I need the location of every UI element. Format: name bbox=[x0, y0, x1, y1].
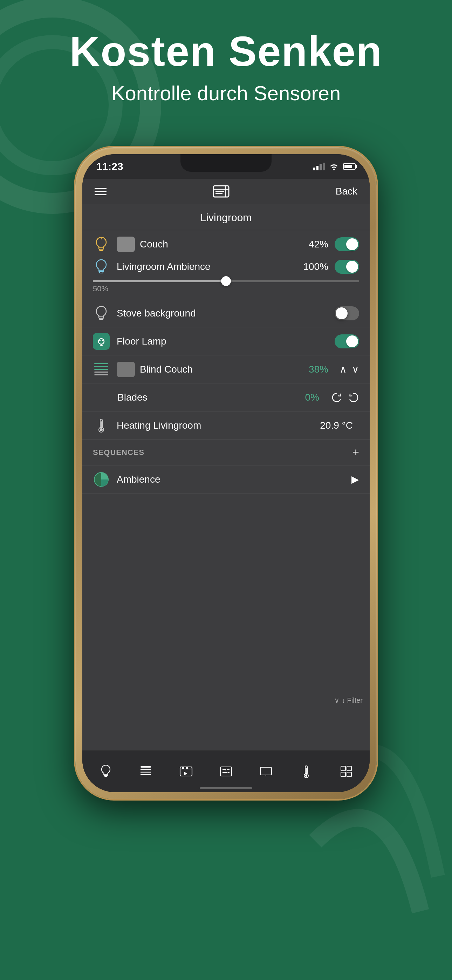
svg-rect-34 bbox=[182, 767, 184, 769]
ambience-label: Livingroom Ambience bbox=[117, 261, 303, 272]
svg-line-10 bbox=[97, 239, 98, 240]
top-nav: Back bbox=[82, 179, 370, 204]
svg-point-24 bbox=[100, 428, 103, 431]
filter-label[interactable]: ↓ Filter bbox=[342, 697, 363, 705]
blind-couch-value: 38% bbox=[309, 364, 328, 375]
svg-rect-28 bbox=[140, 766, 151, 768]
app-content: Livingroom Co bbox=[82, 204, 370, 750]
svg-rect-15 bbox=[100, 318, 103, 320]
floor-lamp-label: Floor Lamp bbox=[117, 336, 334, 347]
list-item[interactable]: Floor Lamp bbox=[82, 328, 370, 355]
svg-rect-49 bbox=[347, 766, 352, 771]
list-item[interactable]: Livingroom Ambience 100% 50% bbox=[82, 258, 370, 299]
svg-rect-46 bbox=[306, 768, 307, 774]
svg-rect-23 bbox=[101, 421, 102, 428]
list-item[interactable]: Couch 42% bbox=[82, 230, 370, 258]
tab-tv[interactable] bbox=[246, 751, 286, 792]
svg-point-18 bbox=[102, 340, 103, 341]
page-subtitle: Kontrolle durch Sensoren bbox=[0, 81, 452, 105]
heating-label: Heating Livingroom bbox=[117, 420, 320, 431]
list-item[interactable]: Stove background bbox=[82, 299, 370, 328]
blind-icon bbox=[93, 361, 110, 378]
pie-icon bbox=[93, 471, 110, 488]
couch-color-swatch[interactable] bbox=[117, 237, 135, 252]
blind-color-swatch[interactable] bbox=[117, 362, 135, 377]
tab-scenes[interactable] bbox=[166, 751, 206, 792]
tab-lights[interactable] bbox=[86, 751, 126, 792]
bulb-blue-icon bbox=[93, 258, 110, 275]
blind-up-button[interactable]: ∧ bbox=[339, 363, 347, 375]
tab-blinds[interactable] bbox=[126, 751, 166, 792]
home-indicator bbox=[200, 787, 252, 789]
list-item[interactable]: Blades 0% bbox=[82, 383, 370, 412]
tab-grid[interactable] bbox=[326, 751, 366, 792]
room-title: Livingroom bbox=[201, 212, 252, 223]
blades-value: 0% bbox=[305, 392, 319, 403]
phone-screen: 11:23 bbox=[82, 154, 370, 792]
floor-lamp-toggle[interactable] bbox=[334, 334, 359, 348]
status-icons bbox=[313, 162, 356, 170]
svg-point-16 bbox=[99, 339, 104, 344]
rotate-ccw-button[interactable] bbox=[331, 392, 342, 403]
stove-label: Stove background bbox=[117, 308, 334, 319]
list-item[interactable]: Ambience ▶ bbox=[82, 466, 370, 493]
blind-couch-label: Blind Couch bbox=[140, 364, 309, 375]
back-button[interactable]: Back bbox=[336, 186, 357, 197]
svg-rect-48 bbox=[341, 766, 345, 771]
wifi-icon bbox=[329, 162, 339, 170]
bottom-tab-bar bbox=[82, 750, 370, 792]
list-item[interactable]: Blind Couch 38% ∧ ∨ bbox=[82, 355, 370, 383]
filter-row: ∨ ↓ Filter bbox=[327, 693, 370, 708]
room-section-header: Livingroom bbox=[82, 204, 370, 230]
sequences-label: SEQUENCES bbox=[93, 448, 144, 457]
bulb-yellow-icon bbox=[93, 236, 110, 253]
nav-logo-icon bbox=[213, 185, 229, 198]
phone-shell: 11:23 bbox=[75, 147, 377, 799]
blind-down-button[interactable]: ∨ bbox=[352, 363, 359, 375]
status-time: 11:23 bbox=[96, 161, 123, 172]
svg-rect-27 bbox=[104, 775, 107, 776]
svg-rect-41 bbox=[260, 767, 272, 775]
sequences-header: SEQUENCES + bbox=[82, 439, 370, 466]
blades-label: Blades bbox=[118, 392, 305, 403]
ambience-value: 100% bbox=[303, 261, 328, 272]
floor-lamp-icon bbox=[93, 333, 110, 350]
svg-line-11 bbox=[105, 239, 105, 240]
play-button[interactable]: ▶ bbox=[352, 474, 359, 485]
header-area: Kosten Senken Kontrolle durch Sensoren bbox=[0, 28, 452, 105]
svg-rect-36 bbox=[220, 767, 232, 776]
bulb-white-icon bbox=[93, 305, 110, 322]
svg-rect-13 bbox=[100, 272, 103, 273]
ambience-toggle[interactable] bbox=[334, 260, 359, 274]
svg-rect-35 bbox=[186, 767, 188, 769]
couch-label: Couch bbox=[140, 239, 309, 250]
ambience-sequence-label: Ambience bbox=[117, 474, 352, 485]
tab-automations[interactable] bbox=[206, 751, 246, 792]
svg-point-47 bbox=[305, 775, 307, 777]
svg-rect-50 bbox=[341, 772, 345, 777]
stove-toggle[interactable] bbox=[334, 306, 359, 320]
battery-icon bbox=[343, 163, 356, 170]
svg-point-17 bbox=[99, 340, 100, 341]
heating-value: 20.9 °C bbox=[320, 420, 353, 431]
svg-rect-51 bbox=[347, 772, 352, 777]
thermometer-icon bbox=[93, 417, 110, 434]
rotate-cw-button[interactable] bbox=[348, 392, 359, 403]
signal-icon bbox=[313, 162, 325, 170]
couch-toggle[interactable] bbox=[334, 237, 359, 251]
ambience-slider[interactable] bbox=[93, 280, 359, 282]
page-title: Kosten Senken bbox=[0, 28, 452, 74]
couch-value: 42% bbox=[309, 239, 328, 250]
tab-temperature[interactable] bbox=[286, 751, 326, 792]
list-item: Heating Livingroom 20.9 °C bbox=[82, 412, 370, 439]
hamburger-icon[interactable] bbox=[95, 188, 107, 195]
phone-notch bbox=[180, 154, 272, 172]
chevron-down-icon: ∨ bbox=[334, 696, 339, 705]
phone-mockup: 11:23 bbox=[75, 147, 377, 799]
add-sequence-button[interactable]: + bbox=[352, 446, 359, 459]
svg-rect-8 bbox=[100, 249, 103, 251]
